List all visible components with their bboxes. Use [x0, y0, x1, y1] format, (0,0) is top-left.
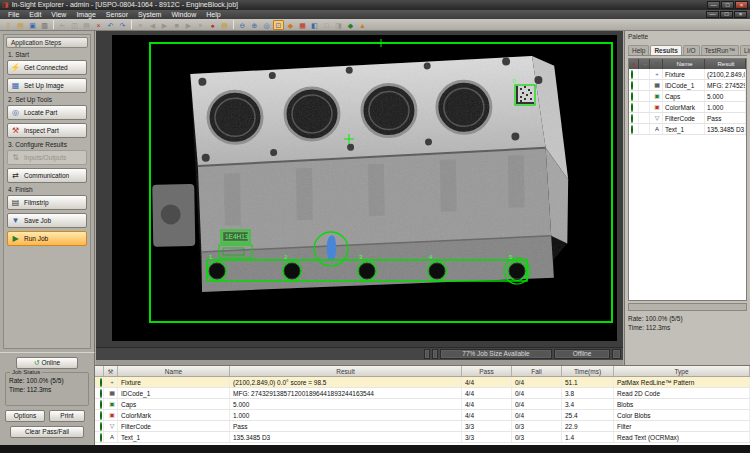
- row-type: Filter: [614, 421, 750, 431]
- row-time: 1.4: [562, 432, 614, 442]
- row-fail: 0/3: [512, 432, 562, 442]
- last-image-icon[interactable]: »: [195, 20, 206, 30]
- print-button[interactable]: Print: [49, 410, 85, 422]
- menu-window[interactable]: Window: [166, 10, 201, 19]
- copy-icon[interactable]: ◫: [69, 20, 80, 30]
- palette-row-idcode[interactable]: ▦ IDCode_1 MFG: 274529/1385: [629, 80, 746, 91]
- online-label: Online: [41, 359, 60, 366]
- mdi-restore-button[interactable]: □: [720, 11, 733, 18]
- get-connected-button[interactable]: ⚡ Get Connected: [7, 60, 87, 75]
- mdi-close-button[interactable]: ×: [734, 11, 747, 18]
- row-result: 5.000: [230, 399, 462, 409]
- restore-button[interactable]: □: [721, 1, 734, 9]
- communication-button[interactable]: ⇄ Communication: [7, 168, 87, 183]
- palette-row-fixture[interactable]: + Fixture (2100,2.849,0) 0.0: [629, 69, 746, 80]
- row-pass: 4/4: [462, 399, 512, 409]
- undo-icon[interactable]: ↶: [105, 20, 116, 30]
- tab-results[interactable]: Results: [650, 45, 681, 55]
- menu-image[interactable]: Image: [71, 10, 100, 19]
- run-job-button[interactable]: ▶ Run Job: [7, 231, 87, 246]
- row-result: 135.3485 D3: [705, 124, 746, 134]
- paste-icon[interactable]: ▤: [81, 20, 92, 30]
- filmstrip-button[interactable]: ▤ Filmstrip: [7, 195, 87, 210]
- online-button[interactable]: ↺ Online: [16, 357, 78, 369]
- row-name: IDCode_1: [118, 388, 230, 398]
- menu-help[interactable]: Help: [201, 10, 225, 19]
- row-pass: 4/4: [462, 377, 512, 387]
- palette-row-filtercode[interactable]: ▽ FilterCode Pass: [629, 113, 746, 124]
- cut-icon[interactable]: ✁: [57, 20, 68, 30]
- io-icon[interactable]: ◆: [345, 20, 356, 30]
- menu-file[interactable]: File: [3, 10, 24, 19]
- clear-passfail-button[interactable]: Clear Pass/Fail: [10, 426, 84, 438]
- palette-scrollbar[interactable]: [628, 303, 747, 311]
- options-button[interactable]: Options: [5, 410, 45, 422]
- result-row-idcode[interactable]: ▦ IDCode_1 MFG: 274329138571200189644189…: [95, 388, 750, 399]
- delete-icon[interactable]: ×: [93, 20, 104, 30]
- image-canvas[interactable]: 1E4H13: [96, 31, 623, 347]
- print-icon[interactable]: ▥: [39, 20, 50, 30]
- first-image-icon[interactable]: «: [135, 20, 146, 30]
- palette-row-text1[interactable]: A Text_1 135.3485 D3: [629, 124, 746, 135]
- stop-icon[interactable]: ■: [171, 20, 182, 30]
- save-job-button[interactable]: ▼ Save Job: [7, 213, 87, 228]
- pass-led-icon: [100, 378, 102, 387]
- result-row-colormark[interactable]: ▣ ColorMark 1.000 4/4 0/4 25.4 Color Blo…: [95, 410, 750, 421]
- close-button[interactable]: ×: [735, 1, 748, 9]
- open-job-icon[interactable]: ▤: [15, 20, 26, 30]
- locate-part-button[interactable]: ◎ Locate Part: [7, 105, 87, 120]
- row-name: Text_1: [118, 432, 230, 442]
- menu-system[interactable]: System: [133, 10, 166, 19]
- section-label-finish: 4. Finish: [8, 186, 88, 193]
- inspect-part-button[interactable]: ⚒ Inspect Part: [7, 123, 87, 138]
- menu-view[interactable]: View: [46, 10, 71, 19]
- result-row-text1[interactable]: A Text_1 135.3485 D3 3/3 0/3 1.4 Read Te…: [95, 432, 750, 443]
- palette-row-caps[interactable]: ▣ Caps 5.000: [629, 91, 746, 102]
- palette-results-table: ● → ⚒ Name Result + Fixture (2100,2.849,…: [628, 58, 747, 301]
- play-icon[interactable]: ▶: [159, 20, 170, 30]
- tab-links[interactable]: Links: [740, 45, 750, 55]
- custom-view-icon[interactable]: ◨: [333, 20, 344, 30]
- zoom-out-icon[interactable]: ⊖: [237, 20, 248, 30]
- set-up-image-button[interactable]: ▦ Set Up Image: [7, 78, 87, 93]
- result-row-caps[interactable]: ▣ Caps 5.000 4/4 0/4 3.4 Blobs: [95, 399, 750, 410]
- row-name: Caps: [663, 91, 705, 101]
- new-job-icon[interactable]: ▯: [3, 20, 14, 30]
- sensor-icon[interactable]: ▲: [357, 20, 368, 30]
- pass-header: Pass: [462, 366, 512, 376]
- spreadsheet-icon[interactable]: □: [321, 20, 332, 30]
- new-window-icon[interactable]: ◧: [309, 20, 320, 30]
- redo-icon[interactable]: ↷: [117, 20, 128, 30]
- menu-edit[interactable]: Edit: [24, 10, 46, 19]
- tab-help[interactable]: Help: [628, 45, 649, 55]
- tab-testrun[interactable]: TestRun™: [701, 45, 739, 55]
- menu-sensor[interactable]: Sensor: [101, 10, 133, 19]
- pass-led-icon: [100, 389, 102, 398]
- pointer-icon[interactable]: ◆: [285, 20, 296, 30]
- section-label-start: 1. Start: [8, 51, 88, 58]
- row-name: ColorMark: [118, 410, 230, 420]
- minimize-button[interactable]: —: [707, 1, 720, 9]
- mdi-minimize-button[interactable]: —: [706, 11, 719, 18]
- text-tool-icon: A: [650, 124, 663, 134]
- row-pass: 4/4: [462, 388, 512, 398]
- zoom-selection-icon[interactable]: ⊡: [273, 20, 284, 30]
- zoom-in-icon[interactable]: ⊕: [249, 20, 260, 30]
- zoom-fit-icon[interactable]: ◎: [261, 20, 272, 30]
- pass-led-icon: [631, 70, 633, 79]
- palette-table-header: ● → ⚒ Name Result: [629, 59, 746, 69]
- result-row-fixture[interactable]: + Fixture (2100,2.849,0) 0.0° score = 98…: [95, 377, 750, 388]
- palette-row-colormark[interactable]: ▣ ColorMark 1.000: [629, 102, 746, 113]
- tab-io[interactable]: I/O: [683, 45, 700, 55]
- filtercode-tool-icon: ▽: [104, 421, 118, 431]
- row-result: 1.000: [705, 102, 746, 112]
- filmstrip-folder-icon[interactable]: ▤: [219, 20, 230, 30]
- row-fail: 0/3: [512, 421, 562, 431]
- next-image-icon[interactable]: ▶: [183, 20, 194, 30]
- prev-image-icon[interactable]: ◀: [147, 20, 158, 30]
- save-job-icon[interactable]: ▣: [27, 20, 38, 30]
- toolbar-separator: [233, 20, 234, 29]
- record-icon[interactable]: ●: [207, 20, 218, 30]
- grid-icon[interactable]: ▦: [297, 20, 308, 30]
- result-row-filtercode[interactable]: ▽ FilterCode Pass 3/3 0/3 22.9 Filter: [95, 421, 750, 432]
